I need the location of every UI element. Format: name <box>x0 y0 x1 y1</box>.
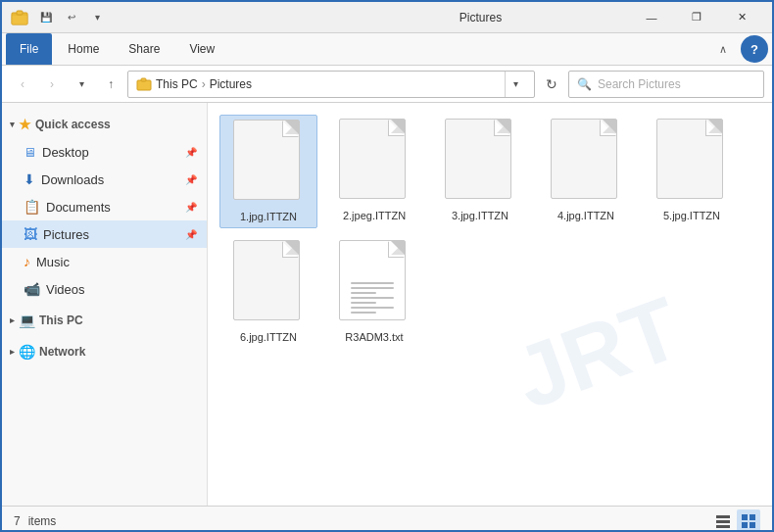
sidebar-item-label-documents: Documents <box>46 200 111 215</box>
svg-rect-6 <box>716 520 730 523</box>
dropdown-recent[interactable]: ▾ <box>69 72 94 97</box>
file-name-6: 6.jpg.ITTZN <box>240 330 297 344</box>
quick-access-toolbar: 💾 ↩ ▾ <box>35 7 332 28</box>
large-icons-view-button[interactable] <box>737 509 760 533</box>
qat-dropdown[interactable]: ▾ <box>86 7 108 28</box>
file-item[interactable]: 5.jpg.ITTZN <box>643 115 741 226</box>
minimize-button[interactable]: — <box>629 2 674 33</box>
sidebar-item-videos[interactable]: 📹 Videos <box>2 275 207 303</box>
tab-view[interactable]: View <box>175 33 228 65</box>
tab-home[interactable]: Home <box>54 33 113 65</box>
documents-icon: 📋 <box>24 199 40 215</box>
svg-rect-4 <box>141 78 146 81</box>
file-name-r3adm3: R3ADM3.txt <box>345 330 403 344</box>
address-bar: ‹ › ▾ ↑ This PC › Pictures ▾ ↻ 🔍 Search … <box>2 66 772 103</box>
downloads-icon: ⬇ <box>24 171 35 187</box>
status-bar: 7 items <box>2 506 772 532</box>
up-button[interactable]: ↑ <box>98 72 123 97</box>
file-item[interactable]: R3ADM3.txt <box>325 236 423 348</box>
search-box[interactable]: 🔍 Search Pictures <box>568 71 764 98</box>
file-name-2: 2.jpeg.ITTZN <box>343 209 406 222</box>
sidebar-item-label-music: Music <box>36 255 70 269</box>
pin-icon-desktop: 📌 <box>185 147 197 158</box>
title-bar-icon <box>10 8 29 27</box>
quick-access-label: Quick access <box>35 118 111 131</box>
sidebar: ▾ ★ Quick access 🖥 Desktop 📌 ⬇ Downloads… <box>2 103 208 506</box>
pin-icon-pictures: 📌 <box>185 229 197 240</box>
title-bar: 💾 ↩ ▾ Pictures — ❐ ✕ <box>2 2 772 33</box>
tab-share[interactable]: Share <box>115 33 173 65</box>
file-area: JRT 1.jpg.ITTZN 2.jpeg.ITTZN <box>208 103 772 506</box>
file-name-1: 1.jpg.ITTZN <box>240 210 297 223</box>
network-arrow: ▸ <box>10 347 15 357</box>
svg-rect-10 <box>742 522 748 528</box>
close-button[interactable]: ✕ <box>719 2 764 33</box>
help-button[interactable]: ? <box>741 35 768 63</box>
svg-rect-1 <box>12 15 27 24</box>
sidebar-quick-access[interactable]: ▾ ★ Quick access <box>2 111 207 138</box>
file-icon-5 <box>656 119 727 205</box>
ribbon-collapse[interactable]: ∧ <box>711 39 735 60</box>
sidebar-item-label-thispc: This PC <box>39 314 83 327</box>
forward-button[interactable]: › <box>39 72 65 97</box>
details-view-button[interactable] <box>711 509 735 533</box>
file-name-5: 5.jpg.ITTZN <box>663 209 720 222</box>
svg-rect-7 <box>716 525 730 528</box>
network-icon: 🌐 <box>19 344 35 360</box>
search-placeholder: Search Pictures <box>598 77 681 91</box>
thispc-icon: 💻 <box>19 313 35 328</box>
sidebar-item-label-downloads: Downloads <box>41 172 104 187</box>
window-title: Pictures <box>332 11 629 24</box>
path-segment-pictures: Pictures <box>210 77 252 91</box>
pin-icon-downloads: 📌 <box>185 174 197 185</box>
address-path[interactable]: This PC › Pictures ▾ <box>127 71 535 98</box>
items-label: items <box>28 514 57 528</box>
sidebar-item-desktop[interactable]: 🖥 Desktop 📌 <box>2 138 207 166</box>
path-segment-thispc: This PC <box>156 77 198 91</box>
sidebar-item-downloads[interactable]: ⬇ Downloads 📌 <box>2 166 207 193</box>
qat-undo[interactable]: ↩ <box>61 7 82 28</box>
svg-rect-11 <box>750 522 755 528</box>
file-item[interactable]: 2.jpeg.ITTZN <box>325 115 423 228</box>
svg-rect-2 <box>17 11 23 15</box>
sidebar-item-label-videos: Videos <box>46 282 85 297</box>
path-dropdown[interactable]: ▾ <box>505 72 526 97</box>
refresh-button[interactable]: ↻ <box>539 72 564 97</box>
music-icon: ♪ <box>24 254 30 269</box>
file-icon-6 <box>233 240 304 326</box>
watermark: JRT <box>423 230 772 476</box>
sidebar-item-music[interactable]: ♪ Music <box>2 248 207 275</box>
tab-file[interactable]: File <box>6 33 52 65</box>
main-content: ▾ ★ Quick access 🖥 Desktop 📌 ⬇ Downloads… <box>2 103 772 506</box>
sidebar-item-label-network: Network <box>39 345 85 359</box>
sidebar-item-label-pictures: Pictures <box>43 227 89 242</box>
file-icon-r3adm3 <box>339 240 410 326</box>
svg-rect-9 <box>750 514 755 520</box>
videos-icon: 📹 <box>24 281 40 297</box>
view-controls <box>711 509 760 533</box>
sidebar-item-documents[interactable]: 📋 Documents 📌 <box>2 193 207 220</box>
sidebar-item-label-desktop: Desktop <box>42 145 89 160</box>
file-icon-1 <box>233 120 304 206</box>
svg-rect-8 <box>742 514 748 520</box>
file-icon-3 <box>445 119 515 205</box>
file-name-4: 4.jpg.ITTZN <box>557 209 614 222</box>
qat-save[interactable]: 💾 <box>35 7 57 28</box>
back-button[interactable]: ‹ <box>10 72 35 97</box>
file-icon-4 <box>551 119 621 205</box>
file-icon-2 <box>339 119 410 205</box>
file-item[interactable]: 1.jpg.ITTZN <box>219 115 317 228</box>
item-count: 7 <box>14 514 21 528</box>
file-name-3: 3.jpg.ITTZN <box>452 209 508 222</box>
file-item[interactable]: 3.jpg.ITTZN <box>431 115 529 228</box>
thispc-arrow: ▸ <box>10 315 15 325</box>
file-item[interactable]: 4.jpg.ITTZN <box>537 115 635 228</box>
sidebar-thispc[interactable]: ▸ 💻 This PC <box>2 307 207 334</box>
quick-access-arrow: ▾ <box>10 120 15 129</box>
search-icon: 🔍 <box>577 77 592 91</box>
restore-button[interactable]: ❐ <box>674 2 719 33</box>
file-item[interactable]: 6.jpg.ITTZN <box>219 236 317 348</box>
ribbon-tabs: File Home Share View ∧ ? <box>2 33 772 65</box>
sidebar-network[interactable]: ▸ 🌐 Network <box>2 338 207 365</box>
sidebar-item-pictures[interactable]: 🖼 Pictures 📌 <box>2 220 207 248</box>
